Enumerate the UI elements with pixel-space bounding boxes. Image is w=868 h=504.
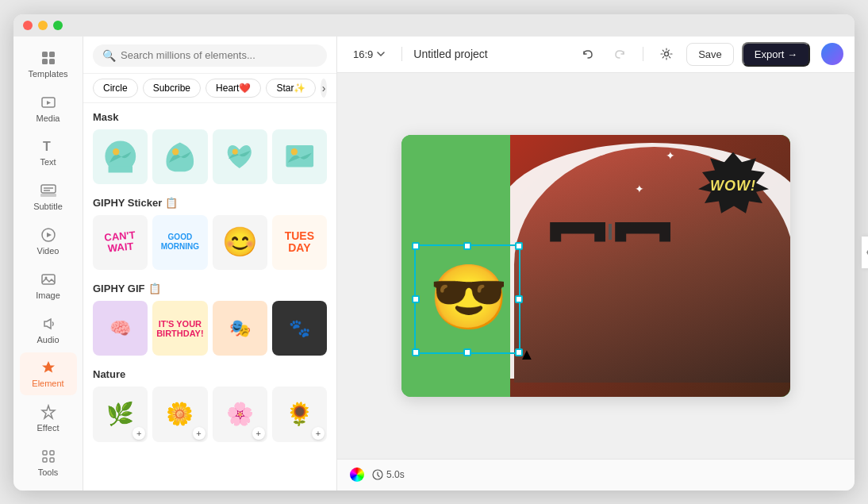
tag-subcribe[interactable]: Subcribe [143, 79, 201, 98]
gif-card-brain[interactable]: 🧠 [93, 301, 148, 356]
sidebar-item-element[interactable]: Element [20, 352, 77, 395]
sparkle-1: ✦ [666, 149, 675, 162]
svg-text:T: T [43, 140, 51, 153]
more-tags-button[interactable]: › [321, 79, 327, 98]
sidebar-item-effect-label: Effect [37, 423, 60, 433]
search-icon: 🔍 [102, 49, 116, 62]
panel-content[interactable]: Mask [83, 103, 336, 491]
mask-card-heart[interactable] [213, 129, 267, 184]
canvas-emoji[interactable]: 😎 [417, 246, 520, 349]
svg-rect-3 [49, 59, 55, 64]
sidebar-item-tools-label: Tools [38, 467, 59, 477]
mask-card-circle[interactable] [93, 129, 148, 184]
maximize-button[interactable] [53, 21, 63, 30]
giphy-sticker-grid: CAN'TWAIT GOODMORNING 😊 TUESDAY [93, 215, 327, 270]
cursor-indicator: ▲ [519, 345, 535, 364]
search-bar: 🔍 [83, 37, 336, 74]
mask-section-title: Mask [93, 111, 327, 123]
emoji-content: 😎 [429, 260, 509, 335]
sticker-emoji-face[interactable]: 😊 [213, 215, 267, 270]
chevron-down-icon [376, 49, 386, 59]
save-button[interactable]: Save [686, 43, 734, 66]
svg-rect-2 [42, 59, 48, 64]
color-picker-button[interactable] [350, 467, 364, 482]
timeline-bar: 5.0s [337, 459, 855, 491]
svg-rect-0 [42, 52, 48, 57]
tags-bar: Circle Subcribe Heart❤️ Star✨ › [83, 74, 336, 103]
main-layout: Templates Media T Text [13, 37, 855, 491]
tag-heart[interactable]: Heart❤️ [205, 79, 261, 98]
undo-button[interactable] [576, 42, 600, 66]
sidebar-item-image-label: Image [36, 290, 60, 300]
svg-rect-14 [43, 451, 47, 455]
tag-star[interactable]: Star✨ [266, 79, 316, 98]
canvas-workspace[interactable]: WOW! ✦ ✦ 😎 [337, 73, 855, 459]
sticker-cant-wait[interactable]: CAN'TWAIT [93, 215, 148, 270]
add-flower1-btn[interactable]: + [193, 427, 205, 440]
templates-icon [40, 49, 57, 67]
header-divider-1 [401, 47, 402, 61]
giphy-gif-icon: 📋 [148, 283, 161, 294]
add-flower3-btn[interactable]: + [312, 427, 325, 440]
svg-rect-1 [49, 52, 55, 57]
sidebar-item-effect[interactable]: Effect [20, 397, 77, 440]
search-input-wrap[interactable]: 🔍 [93, 44, 327, 67]
svg-point-20 [172, 148, 179, 155]
avatar [821, 43, 843, 65]
aspect-ratio-button[interactable]: 16:9 [348, 45, 390, 63]
nature-flower2[interactable]: 🌸 + [213, 387, 267, 441]
nature-flower3[interactable]: 🌻 + [272, 387, 327, 441]
sidebar-item-templates[interactable]: Templates [20, 43, 77, 86]
project-title: Untitled project [413, 48, 568, 60]
mask-card-rect[interactable] [272, 129, 327, 184]
nature-flower1[interactable]: 🌼 + [152, 387, 207, 441]
close-button[interactable] [23, 21, 33, 30]
sidebar-item-tools[interactable]: Tools [20, 441, 77, 484]
redo-button[interactable] [608, 42, 632, 66]
subtitle-icon [40, 182, 57, 199]
svg-rect-16 [43, 458, 47, 462]
settings-button[interactable] [655, 42, 678, 66]
tag-circle[interactable]: Circle [93, 79, 138, 98]
audio-icon [40, 315, 57, 333]
gif-card-dark[interactable]: 🐾 [272, 301, 327, 356]
sidebar-item-video[interactable]: Video [20, 220, 77, 263]
gif-card-orange[interactable]: 🎭 [213, 301, 267, 356]
icon-sidebar: Templates Media T Text [13, 37, 83, 491]
svg-marker-13 [42, 406, 55, 418]
element-icon [40, 359, 57, 376]
sidebar-item-audio[interactable]: Audio [20, 308, 77, 351]
app-window: Templates Media T Text [13, 14, 855, 491]
search-input[interactable] [121, 49, 317, 61]
time-display: 5.0s [372, 469, 405, 480]
canvas-header: 16:9 Untitled project [337, 37, 855, 73]
sticker-good-morning[interactable]: GOODMORNING [152, 215, 207, 270]
mask-card-leaf[interactable] [152, 129, 207, 184]
aspect-ratio-label: 16:9 [353, 48, 373, 60]
svg-rect-15 [50, 451, 54, 455]
sidebar-item-text-label: Text [40, 157, 56, 167]
wow-text: WOW! [710, 178, 756, 194]
export-button[interactable]: Export → [742, 42, 810, 67]
time-label: 5.0s [386, 469, 405, 480]
add-flower2-btn[interactable]: + [252, 427, 265, 440]
canvas-frame: WOW! ✦ ✦ 😎 [401, 135, 790, 397]
svg-point-23 [290, 148, 297, 155]
minimize-button[interactable] [38, 21, 48, 30]
add-wreath-btn[interactable]: + [133, 427, 145, 440]
media-icon [40, 94, 57, 111]
tools-icon [40, 448, 57, 465]
nature-wreath[interactable]: 🌿 + [93, 387, 148, 441]
giphy-sticker-icon: 📋 [165, 197, 178, 209]
sticker-tuesday[interactable]: TUESDAY [272, 215, 327, 270]
gif-card-bday[interactable]: IT'S YOURBIRTHDAY! [152, 301, 207, 356]
svg-rect-22 [286, 145, 313, 167]
sidebar-item-subtitle[interactable]: Subtitle [20, 175, 77, 218]
sidebar-item-element-label: Element [32, 379, 63, 388]
sidebar-item-image[interactable]: Image [20, 264, 77, 306]
mask-grid [93, 129, 327, 184]
effect-icon [40, 403, 57, 421]
nature-section-title: Nature [93, 368, 327, 380]
sidebar-item-media[interactable]: Media [20, 87, 77, 129]
sidebar-item-text[interactable]: T Text [20, 131, 77, 174]
